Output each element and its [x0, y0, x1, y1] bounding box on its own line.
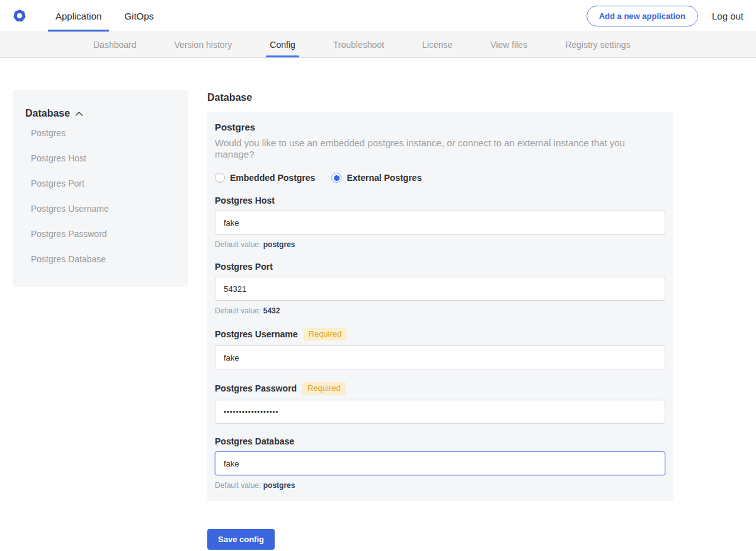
page-title: Database: [207, 92, 673, 103]
helper-prefix: Default value:: [215, 481, 261, 490]
subnav-config[interactable]: Config: [263, 32, 301, 57]
helper-prefix: Default value:: [215, 240, 261, 249]
subnav-config-label: Config: [270, 40, 295, 50]
top-tabs: Application GitOps: [44, 0, 165, 32]
input-postgres-database[interactable]: [215, 451, 665, 475]
group-help-text: Would you like to use an embedded postgr…: [215, 137, 665, 160]
save-config-button[interactable]: Save config: [207, 529, 275, 550]
helper-postgres-port: Default value: 5432: [215, 306, 665, 315]
helper-postgres-database: Default value: postgres: [215, 481, 665, 490]
sidebar-item-postgres-port[interactable]: Postgres Port: [25, 172, 175, 195]
subnav-dashboard-label: Dashboard: [93, 40, 137, 50]
sidebar-item-postgres-username[interactable]: Postgres Username: [25, 197, 175, 220]
group-title-postgres: Postgres: [215, 122, 665, 132]
tab-application[interactable]: Application: [44, 0, 113, 32]
subnav-troubleshoot-label: Troubleshoot: [333, 40, 384, 50]
required-badge-password: Required: [302, 382, 346, 395]
input-postgres-host[interactable]: [215, 211, 665, 235]
subnav-troubleshoot[interactable]: Troubleshoot: [327, 32, 391, 57]
required-badge-username: Required: [304, 328, 347, 340]
tab-gitops-label: GitOps: [124, 11, 154, 21]
subnav-registry-settings[interactable]: Registry settings: [559, 32, 636, 57]
field-label-postgres-database: Postgres Database: [215, 436, 294, 446]
helper-default-value: postgres: [263, 481, 295, 490]
radio-embedded-postgres-circle[interactable]: [215, 173, 225, 183]
app-subnav: Dashboard Version history Config Trouble…: [0, 32, 756, 58]
radio-external-postgres-label: External Postgres: [346, 173, 421, 183]
topbar-right: Add a new application Log out: [587, 0, 743, 32]
postgres-mode-radio-group: Embedded Postgres External Postgres: [215, 173, 665, 183]
input-postgres-password[interactable]: [215, 400, 665, 424]
subnav-license-label: License: [422, 40, 452, 50]
sidebar-item-postgres-host[interactable]: Postgres Host: [25, 147, 175, 170]
subnav-version-history[interactable]: Version history: [168, 32, 239, 57]
helper-default-value: postgres: [263, 240, 295, 249]
config-main: Database Postgres Would you like to use …: [207, 90, 673, 550]
helper-default-value: 5432: [263, 306, 280, 315]
sidebar-item-postgres-password[interactable]: Postgres Password: [25, 223, 175, 245]
subnav-view-files[interactable]: View files: [484, 32, 534, 57]
helper-prefix: Default value:: [215, 306, 261, 315]
sidebar-group-database-label: Database: [25, 108, 70, 119]
field-label-postgres-port: Postgres Port: [215, 262, 273, 272]
tab-gitops[interactable]: GitOps: [113, 0, 165, 32]
radio-embedded-postgres-label: Embedded Postgres: [230, 173, 315, 183]
subnav-view-files-label: View files: [490, 40, 527, 50]
input-postgres-username[interactable]: [215, 345, 665, 369]
sidebar-item-postgres-database[interactable]: Postgres Database: [25, 248, 175, 270]
subnav-version-history-label: Version history: [175, 40, 232, 50]
field-label-postgres-host: Postgres Host: [215, 195, 275, 206]
add-new-application-button[interactable]: Add a new application: [587, 6, 698, 26]
config-sidebar: Database Postgres Postgres Host Postgres…: [13, 90, 188, 287]
subnav-dashboard[interactable]: Dashboard: [87, 32, 143, 57]
field-label-postgres-username: Postgres Username: [215, 329, 298, 339]
chevron-up-icon: [75, 111, 83, 117]
subnav-license[interactable]: License: [416, 32, 459, 57]
subnav-registry-settings-label: Registry settings: [565, 40, 630, 50]
config-content: Database Postgres Postgres Host Postgres…: [0, 90, 756, 550]
tab-application-label: Application: [55, 11, 101, 21]
top-header: Application GitOps Add a new application…: [0, 0, 756, 32]
radio-external-postgres-circle[interactable]: [331, 173, 341, 183]
input-postgres-port[interactable]: [215, 277, 665, 301]
field-label-postgres-password: Postgres Password: [215, 383, 297, 393]
helper-postgres-host: Default value: postgres: [215, 240, 665, 249]
radio-embedded-postgres[interactable]: Embedded Postgres: [215, 173, 315, 183]
brand-heptagon-icon: [13, 9, 26, 23]
app-logo[interactable]: [13, 0, 26, 32]
sidebar-group-database[interactable]: Database: [25, 108, 175, 119]
database-config-panel: Postgres Would you like to use an embedd…: [207, 112, 673, 501]
logout-link[interactable]: Log out: [712, 11, 743, 21]
radio-external-postgres[interactable]: External Postgres: [331, 173, 421, 183]
sidebar-item-postgres[interactable]: Postgres: [25, 122, 175, 144]
